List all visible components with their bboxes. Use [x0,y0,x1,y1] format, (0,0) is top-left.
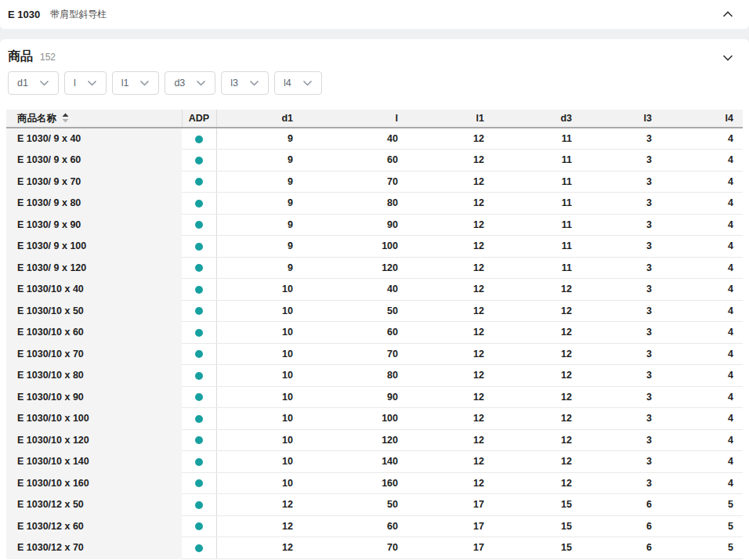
table-row[interactable]: E 1030/10 x 100 10 100 12 12 3 4 [6,408,743,430]
product-name-link[interactable]: E 1030/10 x 70 [6,343,182,365]
product-name-link[interactable]: E 1030/10 x 50 [6,300,182,322]
d3-value: 12 [494,451,581,473]
table-row[interactable]: E 1030/10 x 120 10 120 12 12 3 4 [6,429,743,451]
l1-value: 12 [407,128,494,150]
product-name-link[interactable]: E 1030/ 9 x 90 [6,214,182,236]
product-name-link[interactable]: E 1030/ 9 x 80 [6,193,182,215]
products-table: 商品名称 ADP d1 l l1 d3 l3 l4 E 1030/ 9 x 40 [6,110,743,559]
d1-value: 10 [216,451,302,473]
d1-value: 12 [216,537,302,559]
filter-dropdown[interactable]: l1 [112,71,160,95]
filter-dropdown[interactable]: d3 [165,71,215,95]
d1-value: 10 [216,322,302,344]
column-header-l[interactable]: l [302,110,407,128]
table-row[interactable]: E 1030/10 x 60 10 60 12 12 3 4 [6,322,743,344]
column-header-adp[interactable]: ADP [182,110,216,128]
filter-dropdown[interactable]: l4 [274,71,322,95]
table-row[interactable]: E 1030/10 x 40 10 40 12 12 3 4 [6,279,743,301]
l3-value: 3 [581,386,661,408]
table-row[interactable]: E 1030/10 x 160 10 160 12 12 3 4 [6,472,743,494]
l4-value: 5 [661,515,743,537]
l3-value: 3 [581,429,661,451]
adp-cell [182,322,216,344]
product-name-link[interactable]: E 1030/ 9 x 100 [6,236,182,258]
adp-cell [182,279,216,301]
l-value: 120 [302,257,407,279]
l4-value: 4 [661,429,743,451]
table-row[interactable]: E 1030/ 9 x 60 9 60 12 11 3 4 [6,150,743,172]
l1-value: 12 [407,408,494,430]
column-header-d1[interactable]: d1 [216,110,302,128]
l3-value: 3 [581,128,661,150]
chevron-down-icon [87,80,97,86]
table-row[interactable]: E 1030/ 9 x 80 9 80 12 11 3 4 [6,193,743,215]
filter-dropdown[interactable]: d1 [8,71,59,95]
table-row[interactable]: E 1030/10 x 90 10 90 12 12 3 4 [6,386,743,408]
table-row[interactable]: E 1030/ 9 x 70 9 70 12 11 3 4 [6,171,743,193]
table-body: E 1030/ 9 x 40 9 40 12 11 3 4 E 1030/ 9 … [6,128,743,558]
column-header-l4[interactable]: l4 [661,110,743,128]
product-name-link[interactable]: E 1030/ 9 x 60 [6,150,182,172]
product-name-link[interactable]: E 1030/12 x 70 [6,537,182,559]
filter-dropdown[interactable]: l3 [221,71,269,95]
expand-collapse-button[interactable] [721,52,735,63]
table-row[interactable]: E 1030/ 9 x 120 9 120 12 11 3 4 [6,257,743,279]
product-name-link[interactable]: E 1030/10 x 80 [6,365,182,387]
l-value: 120 [302,429,407,451]
filter-dropdown[interactable]: l [64,71,107,95]
d3-value: 15 [494,537,581,559]
product-name-link[interactable]: E 1030/10 x 90 [6,386,182,408]
table-row[interactable]: E 1030/ 9 x 90 9 90 12 11 3 4 [6,214,743,236]
l-value: 50 [302,300,407,322]
table-row[interactable]: E 1030/ 9 x 40 9 40 12 11 3 4 [6,128,743,150]
l3-value: 3 [581,322,661,344]
d1-value: 12 [216,494,302,516]
product-name-link[interactable]: E 1030/10 x 140 [6,451,182,473]
l-value: 70 [302,537,407,559]
product-group-bar[interactable]: E 1030 带肩型斜导柱 [0,0,749,29]
column-header-l1[interactable]: l1 [407,110,494,128]
l4-value: 4 [661,171,743,193]
l3-value: 6 [581,537,661,559]
l1-value: 12 [407,257,494,279]
d3-value: 11 [494,128,581,150]
sort-ascending-icon[interactable] [62,113,69,125]
column-header-d3[interactable]: d3 [494,110,581,128]
l1-value: 12 [407,343,494,365]
column-header-product-name[interactable]: 商品名称 [6,110,182,128]
collapse-button[interactable] [721,9,735,20]
product-name-link[interactable]: E 1030/10 x 100 [6,408,182,430]
product-name-link[interactable]: E 1030/10 x 160 [6,472,182,494]
table-row[interactable]: E 1030/10 x 80 10 80 12 12 3 4 [6,365,743,387]
adp-cell [182,494,216,516]
table-row[interactable]: E 1030/10 x 140 10 140 12 12 3 4 [6,451,743,473]
d3-value: 11 [494,150,581,172]
l-value: 90 [302,214,407,236]
adp-cell [182,257,216,279]
table-row[interactable]: E 1030/12 x 50 12 50 17 15 6 5 [6,494,743,516]
product-name-link[interactable]: E 1030/12 x 60 [6,515,182,537]
table-row[interactable]: E 1030/12 x 70 12 70 17 15 6 5 [6,537,743,559]
availability-dot-icon [195,350,203,358]
l4-value: 4 [661,408,743,430]
product-name-link[interactable]: E 1030/12 x 50 [6,494,182,516]
adp-cell [182,128,216,150]
table-row[interactable]: E 1030/12 x 60 12 60 17 15 6 5 [6,515,743,537]
adp-cell [182,193,216,215]
chevron-down-icon [39,80,49,86]
column-header-l3[interactable]: l3 [581,110,661,128]
product-name-link[interactable]: E 1030/10 x 40 [6,279,182,301]
product-name-link[interactable]: E 1030/ 9 x 70 [6,171,182,193]
product-name-link[interactable]: E 1030/ 9 x 40 [6,128,182,150]
product-name-link[interactable]: E 1030/10 x 120 [6,429,182,451]
l4-value: 4 [661,236,743,258]
l-value: 50 [302,494,407,516]
d1-value: 10 [216,365,302,387]
adp-cell [182,537,216,559]
availability-dot-icon [195,372,203,380]
table-row[interactable]: E 1030/10 x 50 10 50 12 12 3 4 [6,300,743,322]
table-row[interactable]: E 1030/10 x 70 10 70 12 12 3 4 [6,343,743,365]
product-name-link[interactable]: E 1030/ 9 x 120 [6,257,182,279]
table-row[interactable]: E 1030/ 9 x 100 9 100 12 11 3 4 [6,236,743,258]
product-name-link[interactable]: E 1030/10 x 60 [6,322,182,344]
